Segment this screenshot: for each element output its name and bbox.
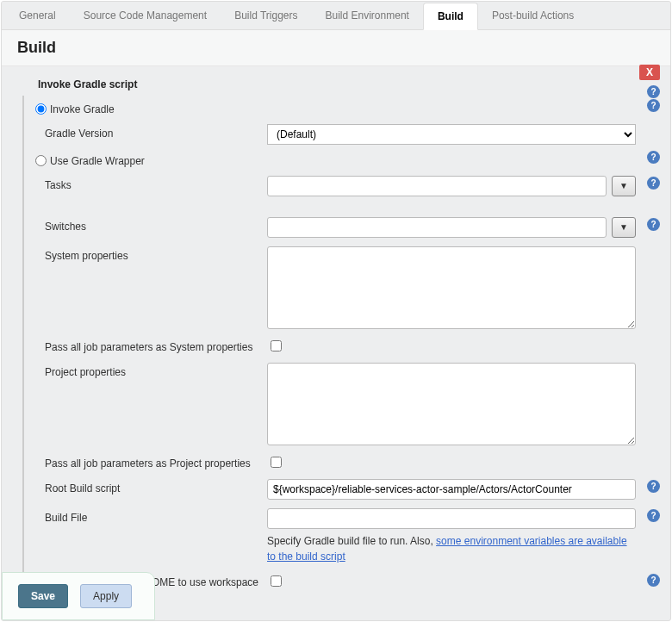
help-icon[interactable]: ? xyxy=(647,177,660,190)
pass-project-properties-checkbox[interactable] xyxy=(271,457,282,468)
gradle-home-checkbox[interactable] xyxy=(271,575,282,587)
radio-invoke-gradle-label: Invoke Gradle xyxy=(50,100,258,115)
config-panel: General Source Code Management Build Tri… xyxy=(1,1,671,621)
footer-action-bar: Save Apply xyxy=(2,572,155,620)
tab-post-build-actions[interactable]: Post-build Actions xyxy=(478,3,588,28)
apply-button[interactable]: Apply xyxy=(80,584,132,608)
switches-expand-button[interactable]: ▼ xyxy=(612,217,636,238)
root-build-script-label: Root Build script xyxy=(45,479,267,494)
drag-handle-icon[interactable] xyxy=(22,80,31,89)
help-icon[interactable]: ? xyxy=(647,509,660,522)
radio-invoke-gradle[interactable] xyxy=(35,103,47,115)
tab-bar: General Source Code Management Build Tri… xyxy=(2,2,670,30)
project-properties-textarea[interactable] xyxy=(267,363,636,445)
pass-system-properties-checkbox[interactable] xyxy=(271,340,282,351)
switches-input[interactable] xyxy=(267,217,607,238)
tasks-label: Tasks xyxy=(45,176,267,191)
help-icon[interactable]: ? xyxy=(647,480,660,493)
switches-label: Switches xyxy=(45,217,267,233)
pass-project-properties-label: Pass all job parameters as Project prope… xyxy=(45,454,267,470)
system-properties-label: System properties xyxy=(45,246,267,262)
tab-build-triggers[interactable]: Build Triggers xyxy=(221,3,311,28)
root-build-script-input[interactable] xyxy=(267,479,636,500)
system-properties-textarea[interactable] xyxy=(267,246,636,329)
build-file-input[interactable] xyxy=(267,508,636,529)
tab-build[interactable]: Build xyxy=(423,3,478,30)
tasks-input[interactable] xyxy=(267,176,607,196)
build-file-note: Specify Gradle build file to run. Also, … xyxy=(267,533,636,564)
help-icon[interactable]: ? xyxy=(647,574,660,587)
gradle-version-select[interactable]: (Default) xyxy=(267,124,636,145)
project-properties-label: Project properties xyxy=(45,363,267,378)
pass-system-properties-label: Pass all job parameters as System proper… xyxy=(45,338,267,353)
build-file-label: Build File xyxy=(45,508,267,524)
help-icon[interactable]: ? xyxy=(647,151,660,164)
build-step-title: Invoke Gradle script xyxy=(38,78,137,90)
tab-general[interactable]: General xyxy=(5,3,70,28)
build-step-header: Invoke Gradle script xyxy=(21,73,660,96)
help-icon[interactable]: ? xyxy=(647,99,660,112)
help-icon[interactable]: ? xyxy=(647,218,660,231)
tab-scm[interactable]: Source Code Management xyxy=(70,3,221,28)
tasks-expand-button[interactable]: ▼ xyxy=(612,176,636,196)
radio-use-gradle-wrapper[interactable] xyxy=(35,155,47,166)
build-step-body: Invoke Gradle ? Gradle Version (Default)… xyxy=(22,96,660,597)
save-button[interactable]: Save xyxy=(18,584,68,608)
radio-use-gradle-wrapper-label: Use Gradle Wrapper xyxy=(50,152,258,167)
gradle-version-label: Gradle Version xyxy=(45,124,267,140)
help-icon[interactable]: ? xyxy=(647,85,660,98)
page-title: Build xyxy=(2,30,670,66)
delete-step-button[interactable]: X xyxy=(639,65,660,80)
tab-build-environment[interactable]: Build Environment xyxy=(312,3,423,28)
